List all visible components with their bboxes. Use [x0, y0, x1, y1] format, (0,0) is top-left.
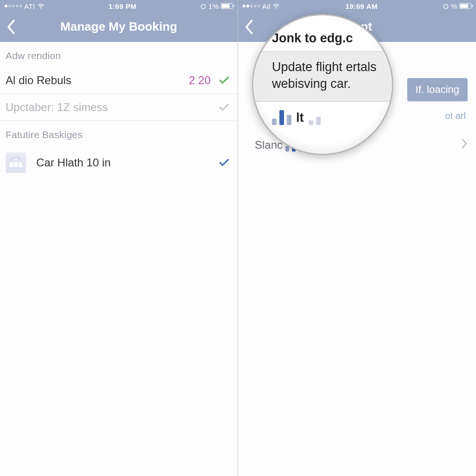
status-battery-text: O 1%: [200, 2, 219, 10]
back-button[interactable]: [0, 12, 22, 41]
loading-button[interactable]: If. loacing: [407, 78, 468, 101]
status-carrier: ATI: [24, 2, 35, 10]
section-header: Fatutire Baskiges: [0, 121, 238, 146]
nav-bar: Manage My Booking: [0, 12, 238, 42]
signal-dots-icon: [5, 5, 22, 7]
list-row-label: Slanc: [255, 139, 283, 152]
left-phone-frame: ATI 1:69 PM O 1% Manage My Booking Adw r…: [0, 0, 238, 476]
check-icon: [218, 157, 230, 169]
status-bar: ATI 1:69 PM O 1%: [0, 0, 238, 12]
wifi-icon: [272, 3, 280, 9]
magnified-footer: lt: [272, 109, 379, 125]
section-header: Adw rendion: [0, 42, 238, 67]
booking-row[interactable]: Upctaber: 1Z simess: [0, 94, 238, 121]
magnified-body: Update flight ertals webisving car.: [253, 52, 392, 101]
booking-row-value: 2 20: [189, 74, 211, 87]
signal-dots-icon: [243, 5, 260, 7]
check-icon: [218, 101, 230, 113]
svg-rect-1: [13, 158, 19, 161]
package-row-label: Car Hlath 10 in: [36, 156, 218, 169]
bar-chart-icon: [309, 109, 321, 125]
status-bar: Ail 19:69 AM O %: [238, 0, 476, 12]
check-icon: [218, 74, 230, 86]
right-phone-frame: Ail 19:69 AM O % Ricpt If. loacing ot ar…: [238, 0, 476, 476]
booking-row-label: Upctaber: 1Z simess: [6, 101, 218, 114]
magnifier-overlay: Jonk to edg.c Update flight ertals webis…: [252, 14, 393, 155]
magnified-footer-label: lt: [296, 111, 304, 125]
chevron-right-icon: [461, 139, 468, 152]
battery-icon: [459, 3, 471, 9]
detail-link[interactable]: ot arl: [445, 111, 466, 121]
svg-rect-3: [18, 162, 23, 168]
magnified-heading: Jonk to edg.c: [272, 31, 379, 46]
bar-chart-icon: [272, 109, 291, 125]
wifi-icon: [37, 3, 45, 9]
status-battery-text: O %: [443, 2, 457, 10]
page-title: Manage My Booking: [0, 20, 238, 34]
status-time: 1:69 PM: [109, 2, 137, 10]
back-button[interactable]: [238, 12, 260, 41]
battery-icon: [221, 3, 233, 9]
svg-rect-2: [9, 162, 13, 168]
package-row[interactable]: Car Hlath 10 in: [0, 146, 238, 179]
booking-row[interactable]: Al dio Rebuls 2 20: [0, 67, 238, 94]
package-thumbnail: [6, 152, 26, 173]
booking-row-label: Al dio Rebuls: [6, 74, 189, 87]
status-time: 19:69 AM: [345, 2, 377, 10]
status-carrier: Ail: [262, 2, 271, 10]
